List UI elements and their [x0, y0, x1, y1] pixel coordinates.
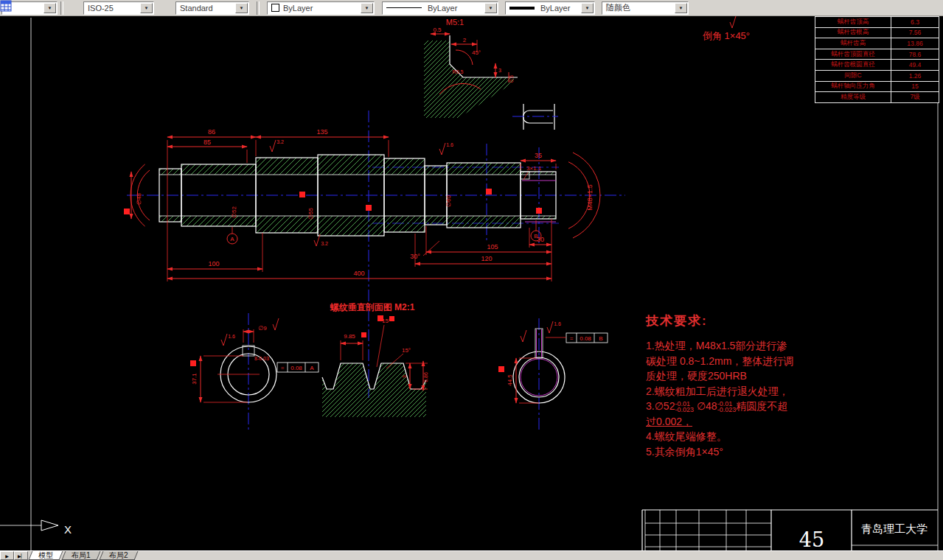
dim-keyway-width-8: 8-0.03 — [254, 356, 269, 361]
datum-a-label: A — [230, 236, 234, 242]
selection-grip[interactable] — [389, 316, 394, 321]
surface-finish-1-6c: 1.6 — [554, 321, 561, 326]
dim-44-5: 44.5 — [507, 374, 513, 386]
chevron-down-icon[interactable]: ▼ — [675, 3, 687, 13]
selection-grip[interactable] — [366, 205, 372, 211]
tab-layout1[interactable]: 布局1 — [62, 551, 100, 560]
dim-120: 120 — [481, 255, 492, 262]
selection-grip[interactable] — [299, 192, 305, 197]
surface-finish-3-2: 3.2 — [276, 139, 284, 144]
left-cross-section: ∅9 37.1 1.6 8-0.03 = 0.08 A — [190, 313, 319, 430]
linetype-sample-icon — [386, 7, 422, 8]
dim-style-combobox[interactable]: ISO-25 ▼ — [83, 1, 154, 15]
tolerance-stack: -0.01-0.023 — [717, 401, 737, 413]
surface-finish-icon — [221, 334, 227, 346]
detail-scale-label: M5:1 — [446, 18, 464, 27]
linetype-value: ByLayer — [428, 4, 457, 13]
dim-dia60: ∅60 — [445, 195, 452, 207]
color-value: ByLayer — [283, 4, 313, 13]
dim-style-icon[interactable] — [68, 1, 82, 14]
dim-85: 85 — [203, 139, 211, 146]
dim-15deg-b: 15° — [402, 347, 411, 354]
dim-dia48: ∅48 — [136, 193, 142, 205]
tolerance-stack: -0.01-0.023 — [675, 401, 694, 413]
tolerance-value: 0.08 — [580, 335, 591, 342]
surface-finish-icon — [314, 234, 320, 246]
tech-req-line-3: 3.∅52-0.01-0.023 ∅48-0.01-0.023精圆度不超 — [646, 399, 820, 414]
chevron-down-icon[interactable]: ▼ — [140, 3, 153, 13]
plot-style-combobox[interactable]: 随颜色 ▼ — [602, 1, 689, 15]
table-row: 间隙C1.26 — [815, 70, 939, 81]
organization-name: 青岛理工大学 — [861, 522, 928, 535]
selection-grip[interactable] — [486, 189, 492, 195]
drawing-canvas[interactable]: M5:1 0.5 2 45° R0.5 3 0.5 倒角 1×45° — [0, 16, 943, 550]
tolerance-datum: A — [310, 365, 314, 371]
dim-9-85: 9.85 — [344, 333, 355, 340]
title-block-grid — [645, 510, 771, 550]
top-toolbar: ▼ ISO-25 ▼ Standard ▼ ByLayer ▼ ByLayer … — [0, 0, 943, 16]
worm-parameters-table: 蜗杆齿顶高6.3 蜗杆齿根高7.56 蜗杆齿高13.86 蜗杆齿顶圆直径78.6… — [815, 16, 939, 103]
dim-45deg: 45° — [472, 49, 481, 56]
dim-dia52: ∅52 — [231, 206, 237, 218]
dim-86: 86 — [208, 128, 215, 136]
chevron-down-icon[interactable]: ▼ — [361, 3, 373, 13]
table-row: 蜗杆齿根圆直径49.4 — [815, 60, 939, 71]
dim-400: 400 — [353, 270, 364, 277]
selection-grip[interactable] — [536, 208, 542, 214]
technical-requirements: 技术要求: 1.热处理，M48x1.5部分进行渗 碳处理 0.8~1.2mm，整… — [646, 312, 820, 459]
dim-3: 3 — [498, 68, 501, 73]
tab-layout2[interactable]: 布局2 — [99, 551, 137, 560]
chevron-down-icon[interactable]: ▼ — [484, 3, 497, 13]
text-style-combobox[interactable]: Standard ▼ — [175, 1, 249, 15]
tolerance-symbol: = — [570, 335, 574, 342]
surface-finish-1-6b: 1.6 — [228, 334, 235, 339]
dim-105: 105 — [487, 243, 498, 251]
color-combobox[interactable]: ByLayer ▼ — [267, 1, 375, 15]
dim-3-depth: 3 — [402, 375, 407, 378]
color-swatch-icon — [271, 4, 279, 12]
tolerance-datum: B — [599, 335, 602, 342]
chevron-down-icon[interactable]: ▼ — [235, 3, 248, 13]
chamfer-note: 倒角 1×45° — [703, 16, 750, 41]
tab-model[interactable]: 模型 — [29, 551, 63, 560]
dim-dia9: ∅9 — [258, 325, 267, 332]
right-cross-section: 1.6 = 0.08 B 44.5 — [498, 318, 608, 431]
tab-nav-last-button[interactable]: ▶▏ — [14, 551, 28, 560]
selection-grip[interactable] — [124, 209, 130, 214]
lineweight-value: ByLayer — [540, 4, 570, 13]
dim-135: 135 — [316, 128, 327, 136]
tolerance-frame-a: = 0.08 A — [277, 363, 319, 372]
linetype-combobox[interactable]: ByLayer ▼ — [382, 1, 498, 15]
selection-grip[interactable] — [498, 366, 504, 372]
toolbar-separator — [257, 1, 260, 15]
selection-grip[interactable] — [190, 360, 196, 366]
plot-style-value: 随颜色 — [606, 2, 630, 13]
dim-2: 2 — [463, 37, 467, 43]
dim-keyway-3x1-1: 3×1.1 — [526, 165, 542, 172]
tab-nav-next-button[interactable]: ▶ — [0, 551, 14, 560]
chamfer-detail-view: M5:1 0.5 2 45° R0.5 3 0.5 — [424, 18, 518, 118]
drawing-svg: M5:1 0.5 2 45° R0.5 3 0.5 倒角 1×45° — [0, 16, 943, 550]
shaft-dimensions: 86 85 135 35 3×1.1 30 105 120 100 400 30… — [167, 128, 556, 281]
ucs-x-label: X — [64, 523, 72, 536]
chevron-down-icon[interactable]: ▼ — [581, 3, 594, 13]
tolerance-frame-b: = 0.08 B — [566, 333, 608, 343]
tech-req-line-5: 5.其余倒角1×45° — [646, 444, 820, 460]
table-row: 蜗杆齿根高7.56 — [815, 27, 939, 38]
table-row: 蜗杆齿高13.86 — [815, 38, 939, 49]
chevron-down-icon[interactable]: ▼ — [44, 3, 56, 13]
dim-6-86: 6.86 — [423, 372, 428, 382]
dim-thread-m48: M48×1.5 — [586, 184, 594, 210]
toolbar-separator — [60, 1, 63, 15]
lineweight-combobox[interactable]: ByLayer ▼ — [505, 1, 595, 15]
ucs-icon: X — [0, 520, 72, 536]
text-style-icon[interactable] — [160, 1, 174, 14]
surface-finish-icon — [547, 321, 553, 333]
layout-tab-bar: ▶ ▶▏ 模型 布局1 布局2 — [0, 550, 943, 560]
tech-req-line-1c: 质处理，硬度250HRB — [646, 368, 820, 384]
lineweight-sample-icon — [509, 7, 535, 10]
table-row: 蜗杆齿顶圆直径78.6 — [815, 49, 939, 60]
dim-100: 100 — [208, 260, 219, 267]
selection-grip[interactable] — [361, 332, 366, 337]
dim-r0-5: R0.5 — [453, 69, 464, 74]
